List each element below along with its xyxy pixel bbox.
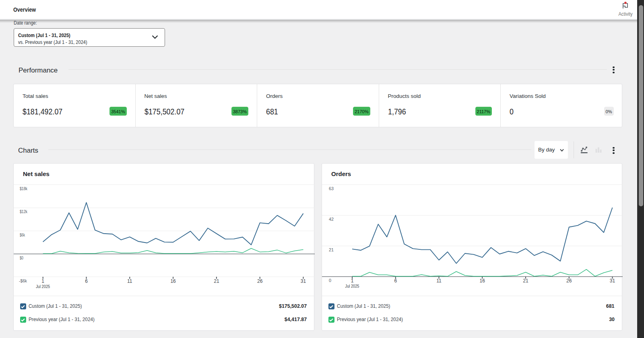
svg-text:6: 6 [85,278,88,284]
svg-text:-$6k: -$6k [19,278,27,283]
svg-text:$12k: $12k [20,209,27,214]
svg-text:31: 31 [610,278,615,284]
svg-text:26: 26 [566,278,572,284]
svg-text:11: 11 [436,278,442,284]
svg-text:Jul 2025: Jul 2025 [36,284,50,289]
svg-text:$18k: $18k [20,186,27,191]
svg-text:0: 0 [329,278,331,283]
svg-text:Jul 2025: Jul 2025 [345,284,359,288]
svg-text:21: 21 [523,278,528,284]
svg-text:42: 42 [329,217,334,222]
svg-text:$0: $0 [20,255,23,260]
svg-text:31: 31 [301,278,306,284]
svg-text:6: 6 [394,278,397,284]
svg-text:11: 11 [127,278,132,284]
svg-text:16: 16 [480,278,485,284]
svg-text:21: 21 [214,278,219,284]
svg-text:63: 63 [329,186,334,191]
svg-text:21: 21 [329,247,334,252]
svg-text:$6k: $6k [20,232,25,237]
svg-text:26: 26 [257,278,263,284]
svg-text:1: 1 [41,278,44,284]
svg-text:16: 16 [170,278,176,284]
svg-text:1: 1 [351,278,354,284]
